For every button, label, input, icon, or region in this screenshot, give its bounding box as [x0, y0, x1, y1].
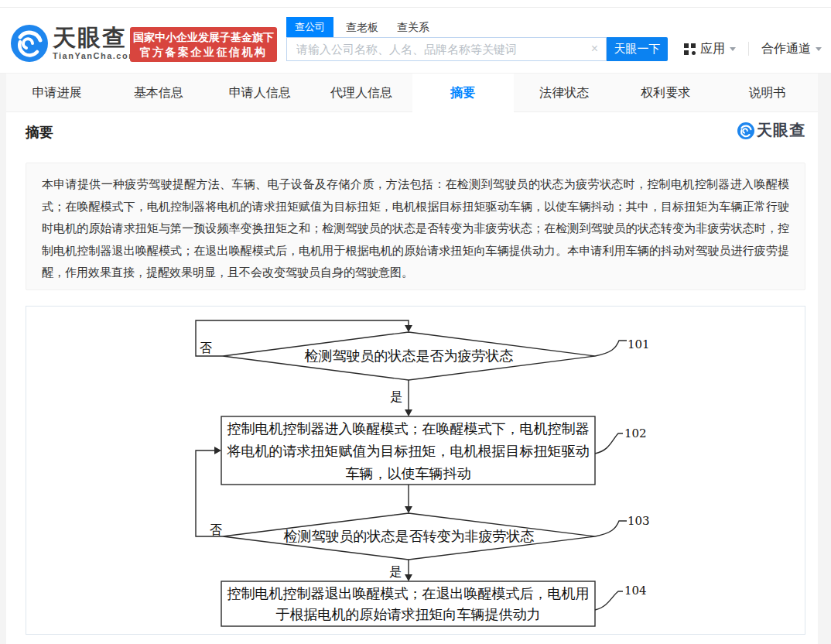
page-title: 摘要 [26, 123, 53, 142]
flow-label-no-1: 否 [200, 341, 212, 357]
flow-ref-103: 103 [628, 514, 650, 528]
flow-label-no-2: 否 [210, 522, 222, 539]
flow-diamond-check-non-fatigue: 检测驾驶员的状态是否转变为非疲劳状态 [223, 527, 595, 546]
flow-label-yes-2: 是 [389, 564, 402, 581]
top-strip [0, 0, 831, 8]
tab-claims[interactable]: 权利要求 [615, 74, 716, 111]
search-tab-relation[interactable]: 查关系 [395, 19, 431, 37]
partner-channel-menu[interactable]: 合作通道 [761, 41, 822, 57]
detail-tabbar: 申请进展 基本信息 申请人信息 代理人信息 摘要 法律状态 权利要求 说明书 [6, 74, 818, 112]
badge-line1: 国家中小企业发展子基金旗下 [130, 30, 277, 45]
search-area: 查公司 查老板 查关系 × 天眼一下 [286, 17, 668, 61]
brand-name: 天眼查 [53, 25, 137, 51]
tab-description[interactable]: 说明书 [716, 74, 818, 111]
abstract-text: 本申请提供一种疲劳驾驶提醒方法、车辆、电子设备及存储介质，方法包括：在检测到驾驶… [26, 163, 805, 290]
chevron-down-icon [816, 47, 822, 51]
flow-diamond-check-fatigue: 检测驾驶员的状态是否为疲劳状态 [223, 347, 595, 365]
partner-label: 合作通道 [761, 41, 811, 57]
flow-label-yes-1: 是 [390, 389, 402, 406]
badge-line2: 官方备案企业征信机构 [130, 45, 277, 59]
search-tab-company[interactable]: 查公司 [286, 17, 333, 37]
clear-icon[interactable]: × [591, 42, 598, 56]
watermark-logo-icon [737, 122, 754, 139]
apps-label: 应用 [700, 41, 725, 57]
search-tabs: 查公司 查老板 查关系 [286, 17, 668, 37]
tab-abstract[interactable]: 摘要 [412, 74, 514, 112]
tab-applicant-info[interactable]: 申请人信息 [209, 74, 310, 111]
brand-domain: TianYanCha.com [53, 51, 137, 60]
content-container: 申请进展 基本信息 申请人信息 代理人信息 摘要 法律状态 权利要求 说明书 摘… [6, 74, 818, 644]
flow-box-exit-wake-mode: 控制电机控制器退出唤醒模式；在退出唤醒模式后，电机用于根据电机的原始请求扭矩向车… [222, 582, 594, 625]
watermark-logo: 天眼查 [737, 120, 805, 141]
tianyancha-logo[interactable]: 天眼查 TianYanCha.com [11, 25, 137, 62]
site-header: 天眼查 TianYanCha.com 国家中小企业发展子基金旗下 官方备案企业征… [0, 8, 831, 74]
watermark-brand: 天眼查 [757, 120, 805, 141]
tab-agent-info[interactable]: 代理人信息 [310, 74, 412, 111]
apps-menu[interactable]: 应用 [684, 41, 736, 57]
divider [748, 42, 749, 56]
chevron-down-icon [730, 47, 736, 51]
apps-grid-icon [684, 43, 696, 55]
search-tab-boss[interactable]: 查老板 [344, 19, 380, 37]
tab-application-progress[interactable]: 申请进展 [6, 74, 108, 111]
certification-badge: 国家中小企业发展子基金旗下 官方备案企业征信机构 [130, 27, 277, 62]
flow-ref-101: 101 [628, 337, 650, 351]
flow-ref-104: 104 [624, 584, 647, 598]
flowchart-figure: 检测驾驶员的状态是否为疲劳状态 控制电机控制器进入唤醒模式；在唤醒模式下，电机控… [26, 306, 805, 635]
flow-ref-102: 102 [624, 426, 647, 440]
tab-legal-status[interactable]: 法律状态 [514, 74, 615, 111]
tab-basic-info[interactable]: 基本信息 [108, 74, 209, 111]
search-button[interactable]: 天眼一下 [607, 37, 668, 61]
search-input[interactable] [287, 38, 606, 60]
tianyancha-logo-icon [11, 25, 48, 62]
flow-box-enter-wake-mode: 控制电机控制器进入唤醒模式；在唤醒模式下，电机控制器将电机的请求扭矩赋值为目标扭… [222, 417, 594, 484]
